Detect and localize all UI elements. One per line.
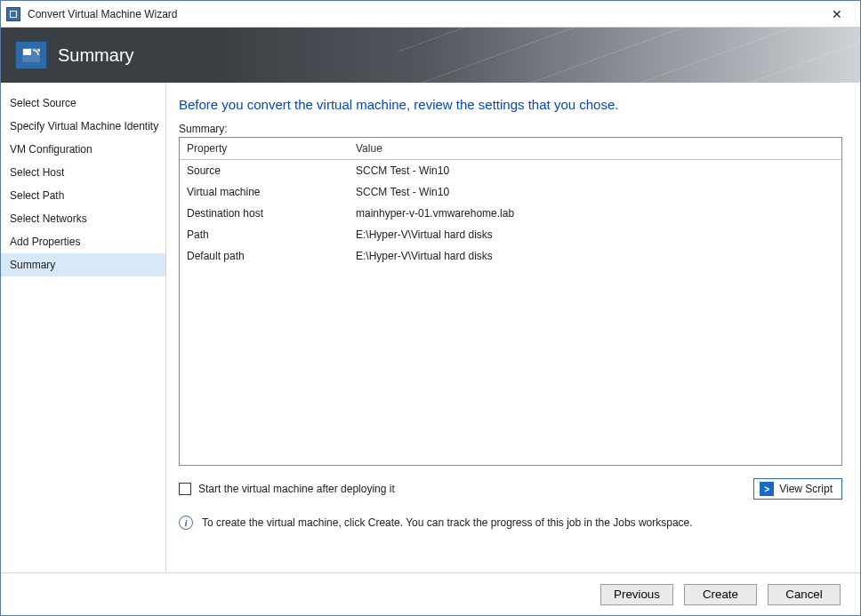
sidebar-item-select-host[interactable]: Select Host — [1, 161, 165, 184]
table-row[interactable]: Destination hostmainhyper-v-01.vmwarehom… — [180, 203, 841, 224]
summary-label: Summary: — [179, 123, 842, 135]
powershell-icon: > — [760, 482, 774, 496]
app-icon — [6, 7, 20, 21]
page-title: Summary — [58, 45, 134, 66]
title-bar: Convert Virtual Machine Wizard ✕ — [1, 1, 860, 28]
cell-property: Source — [180, 160, 349, 181]
start-vm-label: Start the virtual machine after deployin… — [198, 483, 395, 495]
wizard-page-icon — [15, 41, 47, 69]
cancel-button[interactable]: Cancel — [768, 584, 841, 605]
cell-property: Default path — [180, 245, 349, 267]
sidebar-item-add-properties[interactable]: Add Properties — [1, 230, 165, 253]
cell-value: E:\Hyper-V\Virtual hard disks — [349, 245, 841, 267]
start-vm-checkbox[interactable] — [179, 483, 191, 495]
cell-value: E:\Hyper-V\Virtual hard disks — [349, 224, 841, 245]
view-script-label: View Script — [779, 483, 833, 495]
cell-value: SCCM Test - Win10 — [349, 160, 841, 181]
cell-value: mainhyper-v-01.vmwarehome.lab — [349, 203, 841, 224]
cell-property: Path — [180, 224, 349, 245]
table-row[interactable]: PathE:\Hyper-V\Virtual hard disks — [180, 224, 841, 245]
close-button[interactable]: ✕ — [819, 7, 855, 21]
create-button[interactable]: Create — [684, 584, 757, 605]
cell-property: Virtual machine — [180, 181, 349, 203]
sidebar-item-specify-virtual-machine-identity[interactable]: Specify Virtual Machine Identity — [1, 115, 165, 138]
summary-grid: Property Value SourceSCCM Test - Win10Vi… — [179, 137, 842, 466]
svg-rect-1 — [23, 49, 31, 55]
table-row[interactable]: Virtual machineSCCM Test - Win10 — [180, 181, 841, 203]
grid-header-row: Property Value — [180, 138, 841, 160]
table-row[interactable]: Default pathE:\Hyper-V\Virtual hard disk… — [180, 245, 841, 267]
sidebar-item-summary[interactable]: Summary — [1, 253, 165, 276]
main-content: Before you convert the virtual machine, … — [166, 83, 860, 572]
wizard-steps-sidebar: Select SourceSpecify Virtual Machine Ide… — [1, 83, 166, 572]
info-icon: i — [179, 516, 193, 530]
sidebar-item-select-source[interactable]: Select Source — [1, 92, 165, 115]
view-script-button[interactable]: > View Script — [753, 478, 842, 500]
page-heading: Before you convert the virtual machine, … — [179, 97, 842, 112]
sidebar-item-select-networks[interactable]: Select Networks — [1, 207, 165, 230]
info-text: To create the virtual machine, click Cre… — [202, 516, 693, 529]
table-row[interactable]: SourceSCCM Test - Win10 — [180, 160, 841, 181]
window-title: Convert Virtual Machine Wizard — [28, 8, 819, 20]
sidebar-item-select-path[interactable]: Select Path — [1, 184, 165, 207]
cell-property: Destination host — [180, 203, 349, 224]
wizard-footer: Previous Create Cancel — [1, 572, 860, 615]
previous-button[interactable]: Previous — [600, 584, 673, 605]
column-header-property[interactable]: Property — [180, 138, 349, 160]
cell-value: SCCM Test - Win10 — [349, 181, 841, 203]
sidebar-item-vm-configuration[interactable]: VM Configuration — [1, 138, 165, 161]
banner: Summary — [1, 28, 860, 83]
column-header-value[interactable]: Value — [349, 138, 841, 160]
